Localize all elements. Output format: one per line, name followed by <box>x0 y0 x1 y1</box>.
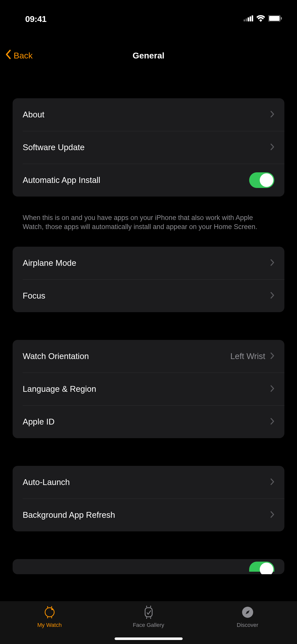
watch-orientation-row[interactable]: Watch Orientation Left Wrist <box>13 340 284 373</box>
status-bar: 09:41 <box>0 5 297 33</box>
navigation-bar: Back General <box>0 43 297 68</box>
content-scroll[interactable]: About Software Update Automatic App Inst… <box>0 68 297 601</box>
status-icons <box>244 15 282 23</box>
chevron-left-icon <box>5 49 11 61</box>
tab-face-gallery-label: Face Gallery <box>133 622 164 628</box>
watch-icon <box>43 605 57 619</box>
automatic-app-install-row: Automatic App Install <box>13 164 284 197</box>
watch-face-icon <box>142 605 156 619</box>
svg-rect-1 <box>246 18 247 21</box>
compass-icon <box>241 605 255 619</box>
chevron-right-icon <box>270 143 274 151</box>
svg-rect-3 <box>250 16 251 21</box>
settings-group-5-partial <box>13 559 284 574</box>
tab-my-watch-label: My Watch <box>37 622 62 628</box>
auto-launch-row[interactable]: Auto-Launch <box>13 466 284 499</box>
group-1-footer: When this is on and you have apps on you… <box>13 209 284 232</box>
airplane-mode-label: Airplane Mode <box>23 258 76 268</box>
chevron-right-icon <box>270 292 274 300</box>
chevron-right-icon <box>270 418 274 426</box>
tab-discover[interactable]: Discover <box>199 605 296 628</box>
language-region-row[interactable]: Language & Region <box>13 373 284 405</box>
tab-face-gallery[interactable]: Face Gallery <box>100 605 197 628</box>
settings-group-2: Airplane Mode Focus <box>13 247 284 312</box>
language-region-label: Language & Region <box>23 384 96 394</box>
about-label: About <box>23 110 44 119</box>
settings-group-4: Auto-Launch Background App Refresh <box>13 466 284 531</box>
chevron-right-icon <box>270 478 274 486</box>
apple-id-label: Apple ID <box>23 417 55 427</box>
background-app-refresh-row[interactable]: Background App Refresh <box>13 499 284 531</box>
auto-launch-label: Auto-Launch <box>23 477 70 487</box>
tab-bar: My Watch Face Gallery Discover <box>0 601 297 644</box>
svg-rect-0 <box>244 19 245 21</box>
chevron-right-icon <box>270 111 274 119</box>
chevron-right-icon <box>270 259 274 267</box>
software-update-row[interactable]: Software Update <box>13 131 284 164</box>
watch-orientation-value: Left Wrist <box>230 351 265 361</box>
settings-group-3: Watch Orientation Left Wrist Language & … <box>13 340 284 438</box>
home-indicator[interactable] <box>115 637 183 640</box>
chevron-right-icon <box>270 385 274 393</box>
svg-rect-2 <box>248 17 249 21</box>
wifi-icon <box>256 15 265 23</box>
tab-discover-label: Discover <box>237 622 258 628</box>
svg-point-9 <box>52 609 53 610</box>
cellular-signal-icon <box>244 15 253 22</box>
focus-label: Focus <box>23 291 45 301</box>
focus-row[interactable]: Focus <box>13 279 284 312</box>
svg-rect-10 <box>145 608 152 617</box>
chevron-right-icon <box>270 352 274 360</box>
chevron-right-icon <box>270 511 274 519</box>
software-update-label: Software Update <box>23 143 85 152</box>
back-label: Back <box>14 51 33 60</box>
enable-dictation-row-partial[interactable] <box>13 559 284 574</box>
battery-icon <box>268 15 282 23</box>
watch-orientation-label: Watch Orientation <box>23 351 89 361</box>
background-app-refresh-label: Background App Refresh <box>23 510 115 520</box>
page-title: General <box>133 51 164 60</box>
back-button[interactable]: Back <box>5 49 33 61</box>
enable-dictation-toggle[interactable] <box>249 562 274 572</box>
svg-rect-4 <box>252 15 253 21</box>
settings-group-1: About Software Update Automatic App Inst… <box>13 98 284 197</box>
about-row[interactable]: About <box>13 98 284 131</box>
automatic-app-install-label: Automatic App Install <box>23 175 100 185</box>
tab-my-watch[interactable]: My Watch <box>1 605 98 628</box>
automatic-app-install-toggle[interactable] <box>249 172 274 188</box>
svg-rect-7 <box>281 17 282 20</box>
status-time: 09:41 <box>25 14 46 24</box>
airplane-mode-row[interactable]: Airplane Mode <box>13 247 284 279</box>
svg-rect-6 <box>269 16 280 21</box>
apple-id-row[interactable]: Apple ID <box>13 405 284 438</box>
